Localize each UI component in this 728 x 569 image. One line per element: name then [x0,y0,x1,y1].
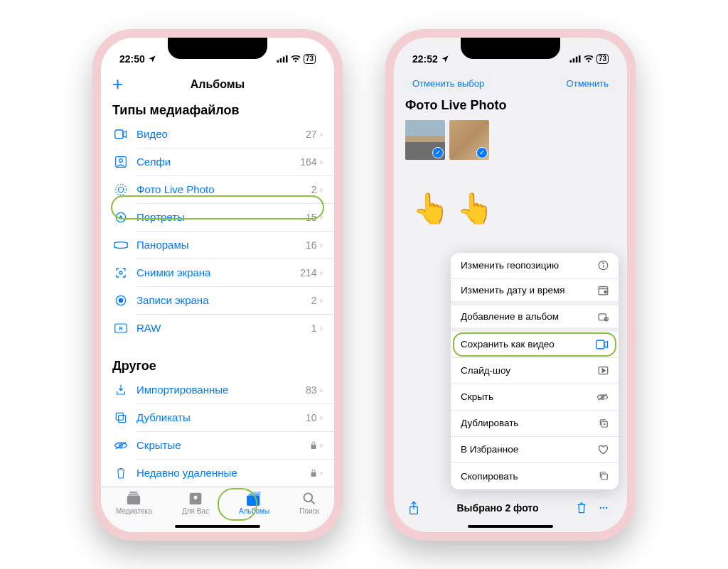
eye-icon [596,393,609,401]
bottom-toolbar: Выбрано 2 фото [394,494,627,522]
selected-count: Выбрано 2 фото [456,502,538,514]
menu-item[interactable]: Добавление в альбом [451,305,619,332]
tab-foryou[interactable]: Для Вас [182,492,209,515]
menu-item[interactable]: Изменить геопозицию [451,253,619,279]
albums-icon [247,492,262,506]
cancel-button[interactable]: Отменить [558,75,617,92]
phone-left: 22:50 73 + Альбомы Типы медиафайлов Ви [92,29,343,541]
add-button[interactable]: + [112,73,123,95]
chevron-right-icon: › [320,156,323,167]
nav-header: + Альбомы [101,70,334,99]
svg-rect-48 [601,474,607,479]
deselect-button[interactable]: Отменить выбор [404,75,493,92]
svg-rect-38 [599,286,608,294]
svg-rect-4 [115,130,123,139]
chevron-right-icon: › [320,129,323,139]
chevron-right-icon: › [320,440,323,450]
section-other: Другое [101,354,334,376]
menu-item-label: Слайд-шоу [461,365,510,376]
list-item[interactable]: Скрытые› [101,432,334,459]
list-item-label: Импортированные [129,384,306,396]
list-item[interactable]: Видео27› [101,121,334,148]
list-item[interactable]: Портреты15› [101,204,334,231]
list-item-count: 83 [306,384,320,396]
svg-rect-24 [130,492,138,493]
tab-search[interactable]: Поиск [299,492,319,515]
svg-rect-31 [569,60,572,62]
svg-rect-3 [286,55,288,63]
trash-button[interactable] [576,502,587,514]
heart-icon [598,445,609,455]
list-item-count: 27 [306,129,320,140]
home-indicator [175,525,260,528]
trash-icon [112,467,129,479]
section-media-types: Типы медиафайлов [101,99,334,121]
chevron-right-icon: › [320,323,323,333]
menu-item-label: Дублировать [461,418,518,428]
portrait-icon [112,212,129,223]
albums-list: Типы медиафайлов Видео27›Селфи164›Фото L… [101,99,334,487]
notch [461,38,560,59]
menu-item[interactable]: Слайд-шоу [451,358,619,384]
check-icon: ✓ [432,147,444,158]
tab-library[interactable]: Медиатека [116,492,152,515]
tab-label: Для Вас [182,507,209,515]
list-item[interactable]: Импортированные83› [101,376,334,403]
dup-icon [599,418,609,428]
menu-item-label: Добавление в альбом [461,311,559,322]
list-item-label: Селфи [129,156,300,168]
tab-label: Поиск [299,507,319,515]
svg-point-7 [118,187,124,193]
signal-icon [569,55,581,63]
svg-point-6 [119,158,123,162]
list-item-label: Панорамы [129,239,306,251]
raw-icon: R [112,323,129,333]
svg-point-8 [116,184,127,195]
list-item-label: RAW [129,322,311,334]
list-item[interactable]: Записи экрана2› [101,287,334,314]
list-item[interactable]: RRAW1› [101,315,334,342]
pointer-hand-icon: 👆 [412,191,449,226]
more-button[interactable] [594,499,613,517]
menu-item[interactable]: Изменить дату и время [451,279,619,305]
status-time: 22:50 [119,53,145,65]
chevron-right-icon: › [320,467,323,478]
menu-item[interactable]: Скопировать [451,463,619,489]
menu-item[interactable]: Дублировать [451,411,619,437]
menu-item-label: Скопировать [461,471,518,482]
list-item-label: Снимки экрана [129,266,300,278]
list-item-count: 15 [306,212,320,223]
list-item[interactable]: Фото Live Photo2› [101,176,334,203]
menu-item-label: Скрыть [461,391,493,402]
svg-rect-16 [119,415,126,422]
svg-point-37 [603,263,604,264]
list-item[interactable]: Недавно удаленные› [101,460,334,487]
list-item[interactable]: Дубликаты10› [101,404,334,431]
svg-point-11 [119,271,122,274]
svg-point-52 [606,506,607,508]
list-item[interactable]: Снимки экрана214› [101,259,334,286]
play-icon [598,366,609,375]
svg-rect-43 [596,340,604,349]
wifi-icon [584,55,594,63]
list-item[interactable]: Панорамы16› [101,232,334,259]
menu-item[interactable]: Сохранить как видео [451,332,619,358]
chevron-right-icon: › [320,239,323,250]
addalbum-icon [598,311,609,322]
menu-item[interactable]: Скрыть [451,384,619,411]
list-item-label: Видео [129,128,306,140]
menu-item[interactable]: В Избранное [451,437,619,463]
list-item[interactable]: Селфи164› [101,148,334,175]
video-icon [112,129,129,139]
chevron-right-icon: › [320,184,323,195]
list-item-count: 2 [311,295,320,306]
photo-thumb[interactable]: ✓ [405,120,445,160]
list-item-count: 16 [306,239,320,251]
photo-thumb[interactable]: ✓ [449,120,489,160]
svg-rect-17 [116,413,123,420]
menu-item-label: Изменить дату и время [461,285,565,296]
tab-albums[interactable]: Альбомы [239,492,269,515]
svg-rect-33 [576,56,578,62]
share-button[interactable] [408,501,419,515]
svg-point-29 [304,493,313,502]
